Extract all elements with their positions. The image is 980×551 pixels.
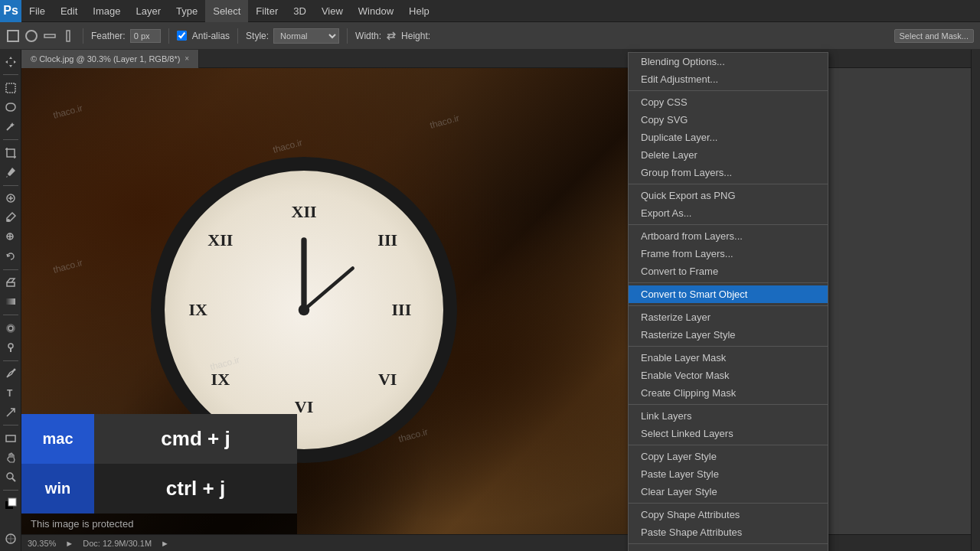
context-menu-item[interactable]: Group from Layers... bbox=[629, 164, 828, 181]
tool-history-brush[interactable] bbox=[2, 247, 20, 265]
context-menu-item[interactable]: Select Linked Layers bbox=[629, 425, 828, 442]
context-menu-item[interactable]: Export As... bbox=[629, 204, 828, 222]
tool-col-select[interactable] bbox=[61, 29, 75, 43]
context-menu-item[interactable]: Enable Vector Mask bbox=[629, 367, 828, 384]
tool-clone[interactable] bbox=[2, 228, 20, 246]
context-menu-item[interactable]: Copy CSS bbox=[629, 93, 828, 111]
context-menu-item[interactable]: Copy Shape Attributes bbox=[629, 506, 828, 523]
context-menu-item[interactable]: Paste Shape Attributes bbox=[629, 523, 828, 541]
swap-icon[interactable] bbox=[386, 31, 397, 41]
menu-help[interactable]: Help bbox=[401, 0, 437, 22]
context-menu-item[interactable]: Delete Layer bbox=[629, 146, 828, 164]
context-menu-item[interactable]: Clear Layer Style bbox=[629, 483, 828, 500]
tool-select-rect[interactable] bbox=[2, 79, 20, 96]
context-menu-item[interactable]: Blending Options... bbox=[629, 53, 828, 70]
tool-eyedropper[interactable] bbox=[2, 163, 20, 181]
menu-file[interactable]: File bbox=[21, 0, 53, 22]
tool-magic-wand[interactable] bbox=[2, 118, 20, 135]
context-menu-item[interactable]: Edit Adjustment... bbox=[629, 70, 828, 88]
context-menu-item[interactable]: Convert to Frame bbox=[629, 262, 828, 280]
tool-eraser[interactable] bbox=[2, 274, 20, 292]
left-toolbar: T bbox=[0, 50, 21, 551]
menu-3d[interactable]: 3D bbox=[286, 0, 314, 22]
context-menu-item[interactable]: Convert to Smart Object bbox=[629, 285, 828, 303]
svg-rect-21 bbox=[8, 498, 16, 506]
expand-icon[interactable]: ► bbox=[161, 539, 169, 548]
tool-pen[interactable] bbox=[2, 365, 20, 383]
menu-edit[interactable]: Edit bbox=[53, 0, 85, 22]
context-menu-item[interactable]: Rasterize Layer bbox=[629, 308, 828, 326]
menu-separator bbox=[629, 503, 828, 504]
menu-window[interactable]: Window bbox=[351, 0, 401, 22]
svg-point-1 bbox=[26, 31, 37, 41]
tab-close-button[interactable]: × bbox=[185, 54, 189, 63]
feather-label: Feather: bbox=[91, 31, 126, 41]
tool-move[interactable] bbox=[2, 53, 20, 70]
context-menu-item[interactable]: Copy Layer Style bbox=[629, 448, 828, 465]
menu-separator bbox=[629, 224, 828, 225]
svg-rect-17 bbox=[6, 435, 15, 442]
svg-line-24 bbox=[304, 268, 353, 310]
height-label: Height: bbox=[401, 31, 430, 41]
tool-spot-healing[interactable] bbox=[2, 190, 20, 207]
context-menu-item[interactable]: Create Clipping Mask bbox=[629, 384, 828, 402]
svg-rect-2 bbox=[44, 34, 55, 37]
foreground-color[interactable] bbox=[2, 494, 20, 512]
zoom-level: 30.35% bbox=[28, 539, 56, 548]
vertical-scrollbar[interactable] bbox=[971, 50, 980, 551]
context-menu-item[interactable]: Rasterize Layer Style bbox=[629, 326, 828, 344]
svg-rect-3 bbox=[67, 31, 70, 41]
menu-select[interactable]: Select bbox=[205, 0, 248, 22]
context-menu-item[interactable]: Enable Layer Mask bbox=[629, 349, 828, 367]
context-menu-item[interactable]: Frame from Layers... bbox=[629, 245, 828, 262]
tab-bar: © Clock.jpg @ 30.3% (Layer 1, RGB/8*) × bbox=[21, 50, 971, 68]
style-label: Style: bbox=[246, 31, 269, 41]
tool-ellipse-select[interactable] bbox=[24, 29, 38, 43]
style-select[interactable]: Normal Fixed Ratio Fixed Size bbox=[273, 28, 339, 44]
svg-text:T: T bbox=[7, 388, 13, 399]
tool-hand[interactable] bbox=[2, 449, 20, 467]
svg-point-13 bbox=[8, 344, 13, 348]
menu-view[interactable]: View bbox=[314, 0, 351, 22]
tool-type[interactable]: T bbox=[2, 384, 20, 402]
context-menu-item[interactable]: Quick Export as PNG bbox=[629, 187, 828, 204]
menu-separator bbox=[629, 445, 828, 445]
tool-path-select[interactable] bbox=[2, 403, 20, 421]
width-label: Width: bbox=[355, 31, 381, 41]
context-menu-item[interactable]: Paste Layer Style bbox=[629, 465, 828, 483]
menu-type[interactable]: Type bbox=[168, 0, 205, 22]
tool-blur[interactable] bbox=[2, 319, 20, 337]
arrow-icon[interactable]: ► bbox=[65, 539, 74, 548]
canvas[interactable]: XII III III VI VI IX IX XII bbox=[21, 68, 971, 551]
tool-dodge[interactable] bbox=[2, 338, 20, 356]
context-menu-item[interactable]: Duplicate Layer... bbox=[629, 129, 828, 146]
context-menu-item[interactable]: Link Layers bbox=[629, 407, 828, 425]
tool-crop[interactable] bbox=[2, 144, 20, 161]
menu-separator bbox=[629, 305, 828, 306]
menu-image[interactable]: Image bbox=[85, 0, 128, 22]
tool-lasso[interactable] bbox=[2, 99, 20, 116]
tool-rectangle[interactable] bbox=[2, 429, 20, 447]
feather-input[interactable] bbox=[130, 29, 161, 43]
menu-filter[interactable]: Filter bbox=[248, 0, 286, 22]
tool-row-select[interactable] bbox=[43, 29, 57, 43]
tool-gradient[interactable] bbox=[2, 293, 20, 311]
status-bar: 30.35% ► Doc: 12.9M/30.1M ► bbox=[21, 534, 971, 551]
tool-zoom[interactable] bbox=[2, 468, 20, 486]
svg-point-12 bbox=[8, 326, 13, 331]
select-and-mask-button[interactable]: Select and Mask... bbox=[894, 29, 975, 43]
context-menu-item[interactable]: Artboard from Layers... bbox=[629, 227, 828, 245]
menu-separator bbox=[629, 282, 828, 283]
menu-layer[interactable]: Layer bbox=[129, 0, 169, 22]
menu-separator bbox=[629, 184, 828, 184]
options-bar: Feather: Anti-alias Style: Normal Fixed … bbox=[0, 22, 980, 50]
quick-mask-btn[interactable] bbox=[2, 530, 20, 548]
menu-bar: Ps File Edit Image Layer Type Select Fil… bbox=[0, 0, 980, 22]
context-menu-item[interactable]: Copy SVG bbox=[629, 111, 828, 129]
tool-brush[interactable] bbox=[2, 209, 20, 227]
context-menu-item: Release from Isolation bbox=[629, 546, 828, 551]
document-tab[interactable]: © Clock.jpg @ 30.3% (Layer 1, RGB/8*) × bbox=[21, 50, 199, 68]
tool-rect-select[interactable] bbox=[6, 29, 20, 43]
svg-rect-10 bbox=[6, 298, 15, 305]
antialias-checkbox[interactable]: Anti-alias bbox=[177, 31, 230, 41]
